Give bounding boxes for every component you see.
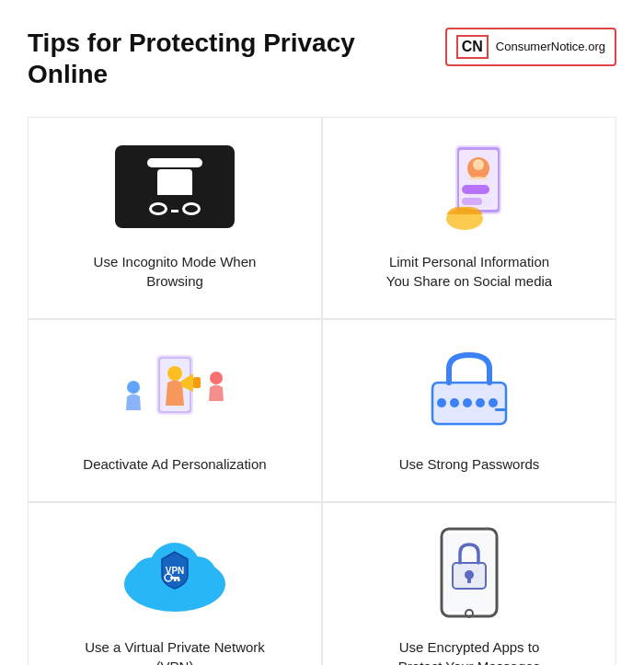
password-label: Use Strong Passwords xyxy=(399,454,540,474)
card-social: Limit Personal Information You Share on … xyxy=(322,117,616,319)
password-icon xyxy=(414,346,524,433)
encrypted-icon xyxy=(432,524,506,621)
tips-grid: Use Incognito Mode When Browsing Lim xyxy=(28,117,616,665)
page-header: Tips for Protecting Privacy Online CN Co… xyxy=(28,28,616,89)
social-icon-container xyxy=(405,136,534,237)
logo-cn: CN xyxy=(456,35,489,59)
svg-rect-29 xyxy=(178,579,180,581)
vpn-icon-container: VPN xyxy=(110,522,239,623)
social-label: Limit Personal Information You Share on … xyxy=(377,252,561,291)
svg-rect-36 xyxy=(467,578,471,583)
svg-point-11 xyxy=(167,366,182,381)
logo: CN ConsumerNotice.org xyxy=(445,28,616,66)
svg-rect-30 xyxy=(174,579,177,581)
incognito-label: Use Incognito Mode When Browsing xyxy=(83,252,267,291)
lens-left xyxy=(149,202,167,215)
incognito-icon xyxy=(115,145,235,228)
incognito-icon-container xyxy=(110,136,239,237)
svg-point-18 xyxy=(463,398,472,407)
svg-point-16 xyxy=(437,398,446,407)
hat-top xyxy=(157,169,192,195)
svg-rect-6 xyxy=(462,198,482,205)
vpn-label: Use a Virtual Private Network (VPN) xyxy=(83,637,267,665)
card-incognito: Use Incognito Mode When Browsing xyxy=(28,117,322,319)
card-ad: Deactivate Ad Personalization xyxy=(28,319,322,502)
ad-icon-container xyxy=(110,338,239,440)
ad-label: Deactivate Ad Personalization xyxy=(83,454,266,474)
page-title: Tips for Protecting Privacy Online xyxy=(28,28,377,89)
card-password: Use Strong Passwords xyxy=(322,319,616,502)
card-vpn: VPN Use a Virtual Private Network (VPN) xyxy=(28,502,322,665)
lens-right xyxy=(182,202,201,215)
ad-icon xyxy=(115,346,235,433)
svg-point-19 xyxy=(476,398,485,407)
password-icon-container xyxy=(405,338,534,440)
glasses xyxy=(149,202,201,215)
nose-bridge xyxy=(171,210,178,212)
card-encrypted: Use Encrypted Apps to Protect Your Messa… xyxy=(322,502,616,665)
svg-rect-21 xyxy=(495,408,506,411)
svg-rect-14 xyxy=(193,377,201,388)
vpn-icon: VPN xyxy=(110,524,239,621)
svg-point-17 xyxy=(450,398,459,407)
svg-point-12 xyxy=(127,381,140,394)
svg-point-4 xyxy=(473,159,484,170)
hat-brim xyxy=(147,158,202,167)
svg-point-20 xyxy=(489,398,498,407)
logo-site: ConsumerNotice.org xyxy=(496,40,605,55)
encrypted-icon-container xyxy=(405,522,534,623)
svg-rect-5 xyxy=(462,185,489,194)
social-icon xyxy=(414,141,524,233)
svg-point-13 xyxy=(210,372,223,384)
encrypted-label: Use Encrypted Apps to Protect Your Messa… xyxy=(377,637,561,665)
